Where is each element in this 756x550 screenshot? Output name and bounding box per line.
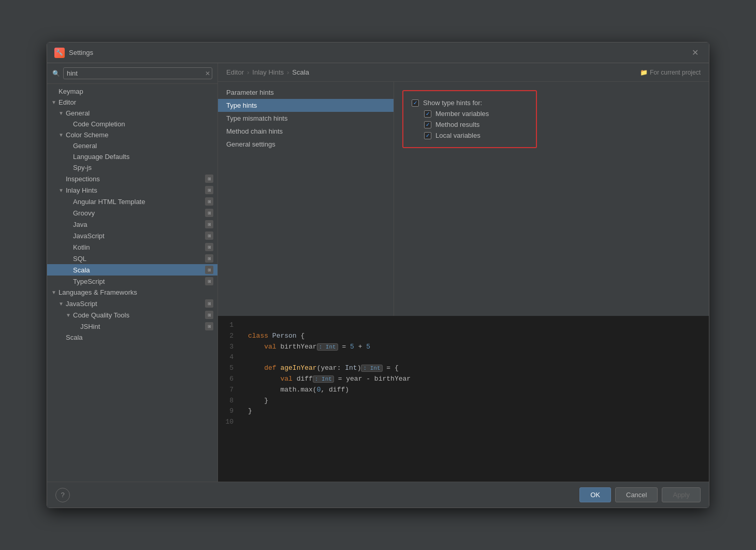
folder-icon: 📁 bbox=[640, 69, 648, 76]
arrow-icon: ▼ bbox=[51, 99, 59, 105]
breadcrumb-inlay-hints[interactable]: Inlay Hints bbox=[252, 68, 284, 76]
search-icon: 🔍 bbox=[52, 70, 60, 77]
breadcrumb-sep2: › bbox=[287, 68, 289, 76]
panel-item-parameter-hints[interactable]: Parameter hints bbox=[218, 86, 394, 99]
type-hints-panel: Show type hints for: Member variables Me… bbox=[402, 90, 537, 148]
member-variables-checkbox[interactable] bbox=[424, 110, 431, 118]
breadcrumb-sep1: › bbox=[247, 68, 249, 76]
arrow-icon: ▼ bbox=[51, 290, 59, 295]
page-icon: ⊞ bbox=[205, 197, 213, 206]
page-icon: ⊞ bbox=[205, 322, 213, 330]
settings-tree: Keymap ▼ Editor ▼ General Code Completio… bbox=[47, 84, 217, 482]
sidebar-item-editor[interactable]: ▼ Editor bbox=[47, 97, 217, 108]
panel-item-type-hints[interactable]: Type hints bbox=[218, 99, 394, 112]
ok-button[interactable]: OK bbox=[579, 487, 611, 502]
dialog-body: 🔍 ✕ Keymap ▼ Editor ▼ bbox=[47, 63, 709, 482]
code-line-9: } bbox=[248, 406, 709, 417]
content-area: Editor › Inlay Hints › Scala 📁 For curre… bbox=[218, 63, 709, 482]
bottom-bar: ? OK Cancel Apply bbox=[47, 482, 709, 508]
panel-left: Parameter hints Type hints Type mismatch… bbox=[218, 82, 394, 316]
page-icon: ⊞ bbox=[205, 277, 213, 285]
page-icon: ⊞ bbox=[205, 231, 213, 240]
show-type-hints-checkbox[interactable] bbox=[412, 99, 419, 107]
member-variables-label: Member variables bbox=[435, 110, 489, 118]
title-bar-left: 🔧 Settings bbox=[54, 48, 93, 58]
content-inner: Parameter hints Type hints Type mismatch… bbox=[218, 82, 709, 316]
local-variables-checkbox[interactable] bbox=[424, 132, 431, 139]
show-type-hints-label: Show type hints for: bbox=[423, 99, 482, 107]
help-button[interactable]: ? bbox=[55, 488, 70, 502]
sidebar-item-javascript-lf[interactable]: ▼ JavaScript ⊞ bbox=[47, 298, 217, 309]
local-variables-label: Local variables bbox=[435, 132, 481, 139]
sidebar-item-scala[interactable]: Scala ⊞ bbox=[47, 264, 217, 276]
code-line-4 bbox=[248, 352, 709, 363]
sidebar-item-sql[interactable]: SQL ⊞ bbox=[47, 253, 217, 264]
sidebar-item-spy-js[interactable]: Spy-js bbox=[47, 162, 217, 173]
search-wrapper: ✕ bbox=[63, 67, 212, 79]
search-box: 🔍 ✕ bbox=[47, 63, 217, 84]
page-icon: ⊞ bbox=[205, 254, 213, 263]
sidebar-item-keymap[interactable]: Keymap bbox=[47, 86, 217, 97]
panel-item-method-chain-hints[interactable]: Method chain hints bbox=[218, 125, 394, 138]
panel-item-type-mismatch-hints[interactable]: Type mismatch hints bbox=[218, 112, 394, 125]
button-group: OK Cancel Apply bbox=[579, 487, 701, 502]
panel-right: Show type hints for: Member variables Me… bbox=[394, 82, 709, 316]
page-icon: ⊞ bbox=[205, 311, 213, 319]
settings-dialog: 🔧 Settings ✕ 🔍 ✕ Keymap bbox=[47, 42, 709, 508]
panel-item-general-settings[interactable]: General settings bbox=[218, 138, 394, 151]
code-line-1 bbox=[248, 320, 709, 331]
project-link[interactable]: 📁 For current project bbox=[640, 69, 701, 76]
arrow-icon: ▼ bbox=[59, 187, 66, 193]
code-line-7: math.max(0, diff) bbox=[248, 385, 709, 396]
page-icon: ⊞ bbox=[205, 186, 213, 194]
page-icon: ⊞ bbox=[205, 299, 213, 308]
sidebar-item-groovy[interactable]: Groovy ⊞ bbox=[47, 207, 217, 219]
close-button[interactable]: ✕ bbox=[689, 47, 702, 59]
sidebar-item-inlay-hints[interactable]: ▼ Inlay Hints ⊞ bbox=[47, 184, 217, 196]
code-line-3: val birthYear: Int = 5 + 5 bbox=[248, 342, 709, 353]
search-clear-icon[interactable]: ✕ bbox=[205, 70, 210, 77]
sidebar: 🔍 ✕ Keymap ▼ Editor ▼ bbox=[47, 63, 218, 482]
sidebar-item-general2[interactable]: General bbox=[47, 140, 217, 151]
sidebar-item-angular-html[interactable]: Angular HTML Template ⊞ bbox=[47, 196, 217, 207]
member-variables-row: Member variables bbox=[412, 108, 528, 119]
app-icon: 🔧 bbox=[54, 48, 65, 58]
page-icon: ⊞ bbox=[205, 220, 213, 228]
sidebar-item-code-completion[interactable]: Code Completion bbox=[47, 119, 217, 129]
project-label: For current project bbox=[650, 69, 701, 76]
sidebar-item-kotlin[interactable]: Kotlin ⊞ bbox=[47, 241, 217, 253]
arrow-icon: ▼ bbox=[59, 301, 66, 307]
sidebar-item-language-defaults[interactable]: Language Defaults bbox=[47, 151, 217, 162]
sidebar-item-scala-lf[interactable]: Scala bbox=[47, 332, 217, 343]
code-line-2: class Person { bbox=[248, 331, 709, 342]
code-line-8: } bbox=[248, 396, 709, 407]
code-line-6: val diff: Int = year - birthYear bbox=[248, 374, 709, 385]
sidebar-item-java[interactable]: Java ⊞ bbox=[47, 219, 217, 230]
cancel-button[interactable]: Cancel bbox=[615, 487, 658, 502]
sidebar-item-jshint[interactable]: JSHint ⊞ bbox=[47, 321, 217, 332]
breadcrumb-editor[interactable]: Editor bbox=[226, 68, 244, 76]
local-variables-row: Local variables bbox=[412, 130, 528, 141]
page-icon: ⊞ bbox=[205, 175, 213, 183]
sidebar-item-color-scheme[interactable]: ▼ Color Scheme bbox=[47, 129, 217, 140]
dialog-title: Settings bbox=[69, 49, 93, 56]
method-results-checkbox[interactable] bbox=[424, 121, 431, 128]
page-icon: ⊞ bbox=[205, 243, 213, 251]
arrow-icon: ▼ bbox=[59, 110, 66, 116]
sidebar-item-general[interactable]: ▼ General bbox=[47, 108, 217, 119]
search-input[interactable] bbox=[63, 67, 212, 79]
method-results-row: Method results bbox=[412, 119, 528, 130]
sidebar-item-javascript[interactable]: JavaScript ⊞ bbox=[47, 230, 217, 241]
breadcrumb: Editor › Inlay Hints › Scala 📁 For curre… bbox=[218, 63, 709, 82]
apply-button[interactable]: Apply bbox=[662, 487, 701, 502]
show-type-hints-row: Show type hints for: bbox=[412, 97, 528, 108]
sidebar-item-typescript[interactable]: TypeScript ⊞ bbox=[47, 276, 217, 287]
title-bar: 🔧 Settings ✕ bbox=[47, 42, 709, 63]
code-lines: class Person { val birthYear: Int = 5 + … bbox=[244, 316, 709, 482]
arrow-icon: ▼ bbox=[59, 132, 66, 138]
sidebar-item-lang-frameworks[interactable]: ▼ Languages & Frameworks bbox=[47, 287, 217, 298]
line-numbers: 1 2 3 4 5 6 7 8 9 10 bbox=[218, 316, 244, 482]
sidebar-item-inspections[interactable]: Inspections ⊞ bbox=[47, 173, 217, 184]
sidebar-item-code-quality-tools[interactable]: ▼ Code Quality Tools ⊞ bbox=[47, 309, 217, 321]
code-line-5: def ageInYear(year: Int): Int = { bbox=[248, 363, 709, 374]
